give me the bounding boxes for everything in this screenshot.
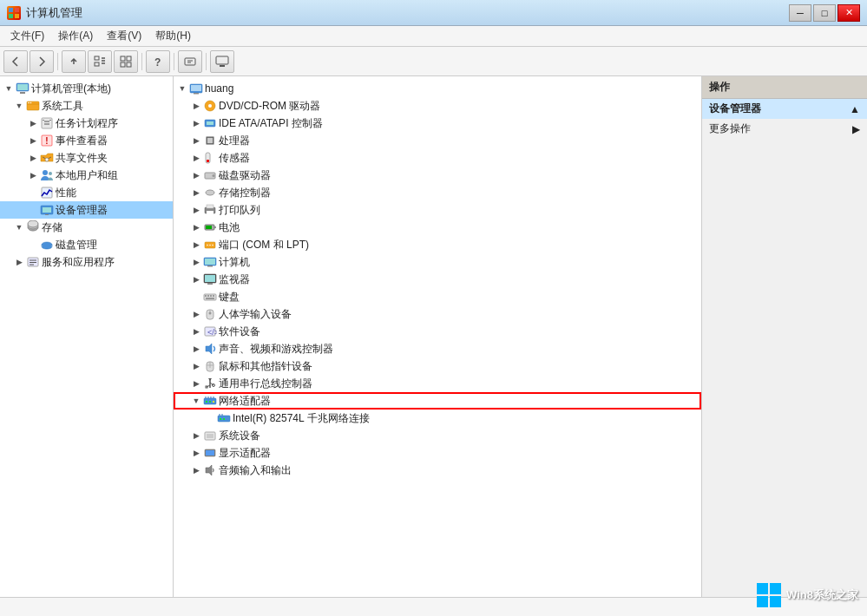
center-monitor[interactable]: ▶ 监视器 xyxy=(174,271,701,288)
center-network-adapter[interactable]: ▼ 网络适配器 xyxy=(174,392,701,410)
right-action-more[interactable]: 更多操作 ▶ xyxy=(702,119,867,139)
center-battery[interactable]: ▶ 电池 xyxy=(174,219,701,236)
menu-action[interactable]: 操作(A) xyxy=(51,27,100,45)
center-software-device[interactable]: ▶ </> 软件设备 xyxy=(174,323,701,340)
minimize-button[interactable]: ─ xyxy=(789,4,811,22)
center-ide[interactable]: ▶ IDE ATA/ATAPI 控制器 xyxy=(174,115,701,132)
svg-point-75 xyxy=(212,245,213,246)
svg-rect-77 xyxy=(205,259,215,265)
shared-icon xyxy=(40,151,54,165)
svg-rect-81 xyxy=(207,283,213,285)
expand-storage[interactable]: ▼ xyxy=(14,222,24,233)
left-local-users[interactable]: ▶ 本地用户和组 xyxy=(0,167,173,184)
title-bar: 计算机管理 ─ □ ✕ xyxy=(0,0,867,26)
window-title: 计算机管理 xyxy=(26,5,82,21)
svg-rect-58 xyxy=(207,121,213,125)
expand-huang[interactable]: ▼ xyxy=(177,83,187,94)
center-keyboard[interactable]: ▶ 键盘 xyxy=(174,288,701,305)
center-sound[interactable]: ▶ 声音、视频和游戏控制器 xyxy=(174,340,701,357)
users-icon xyxy=(40,168,54,182)
help-button[interactable]: ? xyxy=(146,50,170,73)
left-event-viewer[interactable]: ▶ ! 事件查看器 xyxy=(0,132,173,149)
left-storage[interactable]: ▼ 存储 xyxy=(0,219,173,236)
center-intel-nic[interactable]: ▶ Intel(R) 82574L 千兆网络连接 xyxy=(174,410,701,427)
left-sys-tools[interactable]: ▼ 系统工具 xyxy=(0,97,173,115)
center-print[interactable]: ▶ 打印队列 xyxy=(174,201,701,219)
center-sensor[interactable]: ▶ 传感器 xyxy=(174,149,701,167)
right-action-device-mgr-label: 设备管理器 xyxy=(709,102,761,116)
show-tree-button[interactable] xyxy=(88,50,112,73)
expand-root[interactable]: ▼ xyxy=(3,83,14,94)
left-performance[interactable]: ▶ 性能 xyxy=(0,184,173,201)
center-com-lpt[interactable]: ▶ 端口 (COM 和 LPT) xyxy=(174,236,701,253)
menu-file[interactable]: 文件(F) xyxy=(3,27,51,45)
svg-point-37 xyxy=(49,172,52,175)
svg-rect-60 xyxy=(207,138,213,143)
sys-tools-label: 系统工具 xyxy=(42,99,83,114)
center-storage-ctrl[interactable]: ▶ 存储控制器 xyxy=(174,184,701,201)
svg-marker-98 xyxy=(208,378,212,381)
expand-task[interactable]: ▶ xyxy=(28,118,38,128)
center-dvd[interactable]: ▶ DVD/CD-ROM 驱动器 xyxy=(174,97,701,115)
expand-sys-tools[interactable]: ▼ xyxy=(14,101,24,111)
svg-point-56 xyxy=(208,104,212,108)
center-processor[interactable]: ▶ 处理器 xyxy=(174,132,701,149)
svg-rect-119 xyxy=(206,450,214,455)
expand-users[interactable]: ▶ xyxy=(28,170,38,180)
svg-text:</>: </> xyxy=(207,328,217,337)
center-computer[interactable]: ▶ 计算机 xyxy=(174,253,701,271)
svg-rect-124 xyxy=(770,596,781,607)
center-sys-devices[interactable]: ▶ 系统设备 xyxy=(174,427,701,444)
center-mouse[interactable]: ▶ 鼠标和其他指针设备 xyxy=(174,357,701,375)
svg-marker-120 xyxy=(206,465,212,475)
center-usb[interactable]: ▶ 通用串行总线控制器 xyxy=(174,375,701,392)
svg-rect-11 xyxy=(121,62,125,67)
up-button[interactable] xyxy=(62,50,86,73)
center-display-adapter[interactable]: ▶ 显示适配器 xyxy=(174,444,701,462)
svg-rect-62 xyxy=(207,160,209,162)
watermark: Win8系统之家 xyxy=(757,583,858,607)
svg-point-24 xyxy=(28,102,30,104)
menu-bar: 文件(F) 操作(A) 查看(V) 帮助(H) xyxy=(0,26,867,47)
svg-rect-18 xyxy=(220,65,225,67)
snap-button[interactable] xyxy=(114,50,138,73)
device-mgr-icon xyxy=(40,203,54,217)
expand-event[interactable]: ▶ xyxy=(28,135,38,146)
left-task-scheduler[interactable]: ▶ 任务计划程序 xyxy=(0,115,173,132)
left-device-mgr[interactable]: ▶ 设备管理器 xyxy=(0,201,173,219)
sys-tools-icon xyxy=(26,99,40,113)
center-root[interactable]: ▼ huang xyxy=(174,80,701,97)
menu-help[interactable]: 帮助(H) xyxy=(148,27,198,45)
close-button[interactable]: ✕ xyxy=(837,4,860,22)
back-button[interactable] xyxy=(3,50,28,73)
left-shared-folders[interactable]: ▶ 共享文件夹 xyxy=(0,149,173,167)
services-label: 服务和应用程序 xyxy=(42,255,115,270)
svg-rect-1 xyxy=(15,8,19,12)
export-button[interactable] xyxy=(178,50,202,73)
right-action-device-mgr[interactable]: 设备管理器 ▲ xyxy=(702,99,867,119)
center-audio-io[interactable]: ▶ 音频输入和输出 xyxy=(174,462,701,479)
left-panel: ▼ 计算机管理(本地) ▼ 系统工具 xyxy=(0,76,174,597)
window-controls: ─ □ ✕ xyxy=(789,4,860,22)
svg-rect-38 xyxy=(42,187,52,198)
svg-rect-123 xyxy=(757,596,768,607)
menu-view[interactable]: 查看(V) xyxy=(100,27,148,45)
left-services[interactable]: ▶ 服务和应用程序 xyxy=(0,253,173,271)
expand-services[interactable]: ▶ xyxy=(14,257,24,267)
left-root-item[interactable]: ▼ 计算机管理(本地) xyxy=(0,80,173,97)
monitor-button[interactable] xyxy=(210,50,234,73)
maximize-button[interactable]: □ xyxy=(813,4,836,22)
center-hid[interactable]: ▶ 人体学输入设备 xyxy=(174,305,701,323)
svg-rect-0 xyxy=(9,8,13,12)
perf-icon xyxy=(40,186,54,200)
svg-marker-93 xyxy=(206,344,212,354)
center-disk-drive[interactable]: ▶ 磁盘驱动器 xyxy=(174,167,701,184)
expand-shared[interactable]: ▶ xyxy=(28,153,38,163)
forward-button[interactable] xyxy=(30,50,54,73)
svg-point-44 xyxy=(28,220,38,227)
watermark-text: Win8系统之家 xyxy=(786,587,858,603)
svg-rect-84 xyxy=(207,295,209,297)
svg-text:!: ! xyxy=(45,136,48,146)
status-bar xyxy=(0,597,867,616)
left-disk-mgmt[interactable]: ▶ 磁盘管理 xyxy=(0,236,173,253)
